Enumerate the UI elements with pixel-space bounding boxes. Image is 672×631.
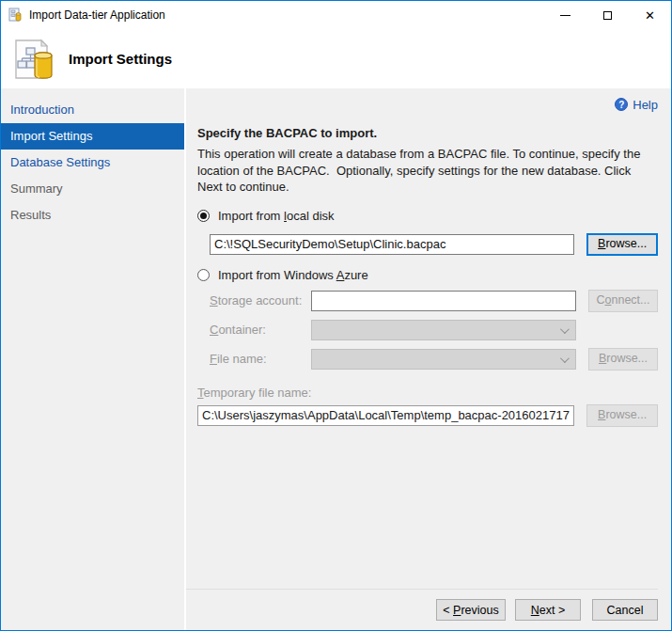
storage-account-input[interactable] xyxy=(311,291,576,311)
title-bar: Import Data-tier Application ✕ xyxy=(1,1,671,29)
data-tier-application-icon xyxy=(10,37,57,84)
container-dropdown[interactable] xyxy=(311,320,576,340)
temporary-file-name-input[interactable] xyxy=(197,405,574,426)
section-heading: Specify the BACPAC to import. xyxy=(197,126,658,140)
chevron-down-icon xyxy=(560,354,570,363)
help-icon: ? xyxy=(615,98,628,111)
browse-temp-file-button[interactable]: Browse... xyxy=(586,404,658,427)
sidebar-item-summary: Summary xyxy=(1,176,184,202)
maximize-icon xyxy=(603,11,612,20)
browse-azure-file-button[interactable]: Browse... xyxy=(588,348,658,371)
next-button[interactable]: Next > xyxy=(515,599,581,621)
bacpac-path-input[interactable] xyxy=(210,234,574,255)
import-data-tier-application-dialog: Import Data-tier Application ✕ Import Se… xyxy=(0,0,672,631)
chevron-down-icon xyxy=(560,324,570,334)
storage-account-label: Storage account: xyxy=(210,293,311,308)
sidebar-item-import-settings[interactable]: Import Settings xyxy=(1,123,184,150)
close-icon: ✕ xyxy=(645,9,655,22)
container-label: Container: xyxy=(210,323,311,337)
wizard-steps-sidebar: Introduction Import Settings Database Se… xyxy=(1,88,184,630)
window-title: Import Data-tier Application xyxy=(29,8,165,22)
radio-import-local-disk[interactable]: Import from local disk xyxy=(197,209,658,223)
minimize-button[interactable] xyxy=(544,1,586,29)
minimize-icon xyxy=(560,15,570,16)
page-title: Import Settings xyxy=(69,51,172,67)
radio-local-disk-icon xyxy=(197,210,210,222)
radio-import-windows-azure[interactable]: Import from Windows Azure xyxy=(197,268,658,282)
sidebar-item-database-settings[interactable]: Database Settings xyxy=(1,150,184,176)
maximize-button[interactable] xyxy=(586,1,629,29)
help-link[interactable]: ? Help xyxy=(615,98,658,112)
import-settings-panel: ? Help Specify the BACPAC to import. Thi… xyxy=(186,88,671,630)
cancel-button[interactable]: Cancel xyxy=(592,599,658,621)
temporary-file-name-label: Temporary file name: xyxy=(197,386,658,400)
file-name-label: File name: xyxy=(210,352,311,366)
connect-button[interactable]: Connect... xyxy=(588,290,658,312)
file-name-dropdown[interactable] xyxy=(311,349,576,370)
radio-windows-azure-icon xyxy=(197,269,210,281)
radio-local-disk-label: Import from local disk xyxy=(218,209,335,223)
section-description: This operation will create a database fr… xyxy=(197,146,658,196)
close-button[interactable]: ✕ xyxy=(629,1,671,29)
wizard-header: Import Settings xyxy=(1,29,671,88)
sidebar-item-results: Results xyxy=(1,202,184,229)
radio-windows-azure-label: Import from Windows Azure xyxy=(218,268,368,282)
app-icon xyxy=(8,8,23,23)
browse-local-button[interactable]: Browse... xyxy=(586,233,658,256)
help-label: Help xyxy=(633,98,658,112)
wizard-footer: < Previous Next > Cancel xyxy=(186,589,658,630)
sidebar-item-introduction[interactable]: Introduction xyxy=(1,97,184,123)
previous-button[interactable]: < Previous xyxy=(436,599,506,621)
